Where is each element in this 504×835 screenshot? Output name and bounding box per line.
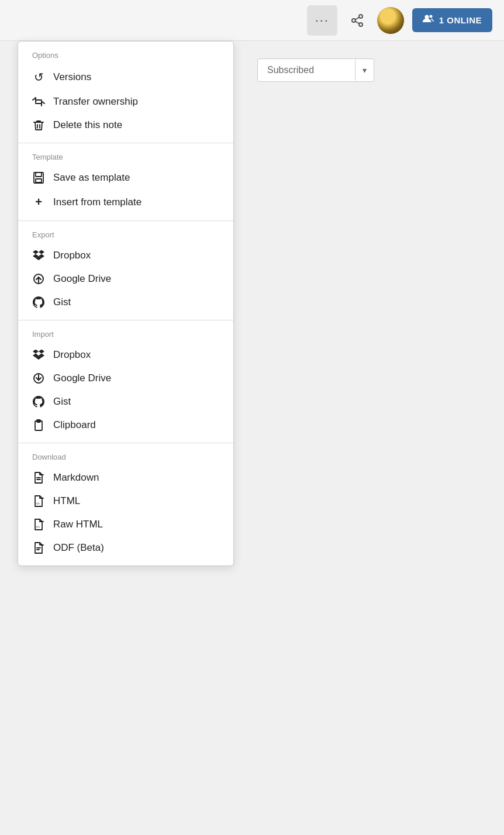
save-template-icon: [32, 172, 45, 184]
right-content-area: Subscribed ▾: [246, 41, 504, 99]
export-gdrive-label: Google Drive: [53, 273, 111, 285]
import-section: Import Dropbox: [18, 320, 233, 443]
svg-rect-12: [36, 172, 42, 177]
svg-text:</>: </>: [36, 525, 40, 529]
options-section: Options ↺ Versions Transfer ownership: [18, 42, 233, 143]
export-section: Export Dropbox: [18, 221, 233, 320]
transfer-ownership-label: Transfer ownership: [53, 96, 138, 108]
versions-icon: ↺: [32, 70, 45, 84]
export-gdrive-icon: [32, 273, 45, 285]
import-clipboard-icon: [32, 419, 45, 431]
export-gdrive-menu-item[interactable]: Google Drive: [18, 267, 233, 291]
options-section-label: Options: [18, 51, 233, 64]
online-count-label: 1 ONLINE: [439, 15, 482, 25]
import-gist-label: Gist: [53, 396, 71, 408]
options-dropdown-menu: Options ↺ Versions Transfer ownership: [18, 41, 234, 566]
download-odf-menu-item[interactable]: ODF (Beta): [18, 536, 233, 560]
share-icon: [350, 13, 364, 27]
svg-line-4: [355, 17, 359, 19]
transfer-ownership-icon: [32, 97, 45, 106]
import-gist-menu-item[interactable]: Gist: [18, 390, 233, 413]
avatar[interactable]: [377, 7, 404, 34]
export-section-label: Export: [18, 230, 233, 244]
import-clipboard-label: Clipboard: [53, 419, 96, 431]
versions-menu-item[interactable]: ↺ Versions: [18, 64, 233, 90]
save-template-menu-item[interactable]: Save as template: [18, 166, 233, 189]
delete-note-menu-item[interactable]: Delete this note: [18, 113, 233, 137]
more-options-button[interactable]: ···: [307, 5, 337, 36]
export-gist-menu-item[interactable]: Gist: [18, 291, 233, 314]
insert-template-menu-item[interactable]: + Insert from template: [18, 189, 233, 215]
share-button[interactable]: [346, 9, 369, 32]
download-odf-icon: [32, 542, 45, 554]
versions-label: Versions: [53, 71, 91, 83]
export-gist-label: Gist: [53, 296, 71, 308]
download-markdown-icon: [32, 472, 45, 484]
template-section: Template Save as template + Insert from …: [18, 143, 233, 221]
download-markdown-menu-item[interactable]: Markdown: [18, 466, 233, 489]
import-dropbox-icon: [32, 350, 45, 360]
import-clipboard-menu-item[interactable]: Clipboard: [18, 413, 233, 437]
main-content: Options ↺ Versions Transfer ownership: [0, 41, 504, 99]
transfer-ownership-menu-item[interactable]: Transfer ownership: [18, 90, 233, 113]
import-section-label: Import: [18, 330, 233, 343]
download-rawhtml-menu-item[interactable]: </> Raw HTML: [18, 513, 233, 536]
download-section: Download Markdown </>: [18, 443, 233, 565]
subscribed-dropdown[interactable]: Subscribed ▾: [257, 58, 374, 82]
download-rawhtml-icon: </>: [32, 519, 45, 530]
download-html-icon: </>: [32, 495, 45, 507]
svg-rect-13: [36, 179, 42, 182]
subscribed-arrow-icon: ▾: [355, 60, 374, 81]
svg-line-3: [355, 21, 359, 23]
import-gist-icon: [32, 396, 45, 408]
save-template-label: Save as template: [53, 172, 130, 184]
svg-text:</>: </>: [36, 502, 40, 505]
svg-point-6: [429, 15, 432, 18]
svg-point-5: [424, 15, 429, 19]
subscribed-label: Subscribed: [258, 59, 355, 81]
import-gdrive-icon: [32, 372, 45, 384]
download-odf-label: ODF (Beta): [53, 542, 104, 554]
download-html-label: HTML: [53, 495, 80, 507]
template-section-label: Template: [18, 153, 233, 166]
import-dropbox-label: Dropbox: [53, 349, 91, 361]
download-rawhtml-label: Raw HTML: [53, 519, 103, 530]
download-markdown-label: Markdown: [53, 472, 99, 484]
export-dropbox-menu-item[interactable]: Dropbox: [18, 244, 233, 267]
download-section-label: Download: [18, 453, 233, 466]
more-dots-icon: ···: [315, 13, 329, 28]
insert-template-icon: +: [32, 195, 45, 209]
export-dropbox-label: Dropbox: [53, 250, 91, 261]
download-html-menu-item[interactable]: </> HTML: [18, 489, 233, 513]
header: ··· 1 ONLINE: [0, 0, 504, 41]
online-users-button[interactable]: 1 ONLINE: [412, 8, 492, 32]
delete-icon: [32, 119, 45, 131]
import-dropbox-menu-item[interactable]: Dropbox: [18, 343, 233, 367]
export-dropbox-icon: [32, 250, 45, 261]
import-gdrive-label: Google Drive: [53, 372, 111, 384]
delete-note-label: Delete this note: [53, 119, 122, 131]
export-gist-icon: [32, 296, 45, 308]
online-users-icon: [423, 14, 434, 26]
import-gdrive-menu-item[interactable]: Google Drive: [18, 367, 233, 390]
insert-template-label: Insert from template: [53, 196, 141, 208]
